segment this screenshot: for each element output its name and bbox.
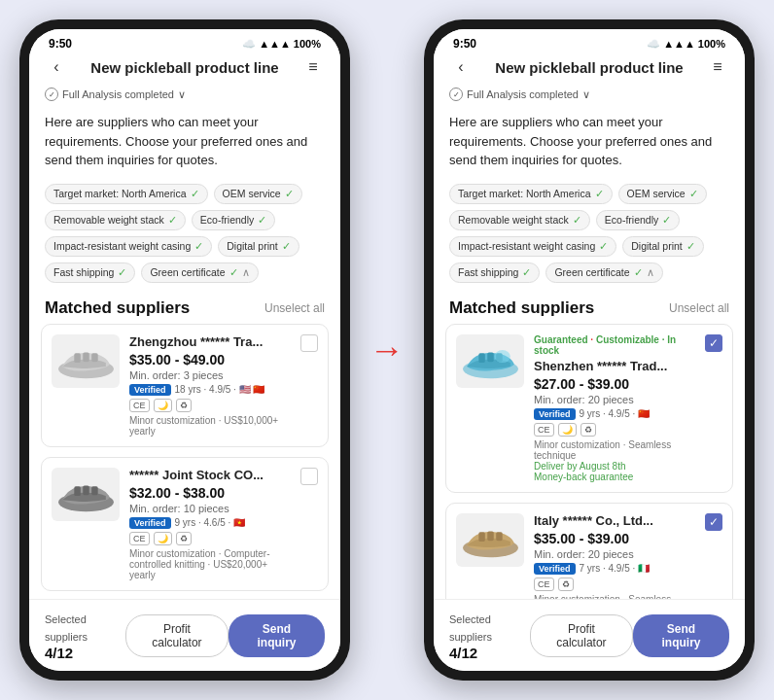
- supplier-top-1-after: Italy ****** Co., Ltd... $35.00 - $39.00…: [456, 513, 722, 600]
- wifi-icon-before: ☁️: [242, 38, 256, 51]
- moon-cert-0a: 🌙: [558, 423, 577, 437]
- svg-rect-14: [478, 532, 485, 542]
- supplier-card-1-after: Italy ****** Co., Ltd... $35.00 - $39.00…: [445, 503, 733, 600]
- tag-after-2[interactable]: Removable weight stack ✓: [449, 210, 590, 230]
- bottom-bar-before: Selected suppliers 4/12 Profit calculato…: [29, 599, 340, 671]
- tag-4[interactable]: Impact-resistant weight casing ✓: [45, 236, 212, 257]
- inquiry-btn-before[interactable]: Send inquiry: [229, 614, 325, 657]
- profit-btn-after[interactable]: Profit calculator: [530, 614, 633, 657]
- svg-rect-16: [496, 532, 503, 541]
- supplier-top-1-before: ****** Joint Stock CO... $32.00 - $38.00…: [52, 468, 318, 580]
- checkbox-1-after[interactable]: ✓: [705, 513, 722, 531]
- tag-after-label-4: Impact-resistant weight casing: [458, 240, 595, 252]
- tag-label-3: Eco-friendly: [200, 214, 254, 226]
- supplier-price-1-after: $35.00 - $39.00: [534, 531, 695, 546]
- inquiry-btn-after[interactable]: Send inquiry: [633, 614, 729, 657]
- tag-after-label-6: Fast shipping: [458, 266, 518, 278]
- tag-check-0: ✓: [191, 188, 199, 200]
- tag-5[interactable]: Digital print ✓: [218, 236, 299, 257]
- supplier-info-0-after: Guaranteed · Customizable · In stock She…: [534, 334, 695, 482]
- section-header-before: Matched suppliers Unselect all: [29, 289, 340, 324]
- verified-badge-1-after: Verified: [534, 563, 576, 575]
- supplier-card-0-before: Zhengzhou ****** Tra... $35.00 - $49.00 …: [41, 324, 329, 447]
- tag-1[interactable]: OEM service ✓: [214, 184, 302, 204]
- time-after: 9:50: [453, 37, 476, 51]
- verified-info-0-after: 9 yrs · 4.9/5 · 🇨🇳: [580, 408, 651, 419]
- supplier-moq-0-before: Min. order: 3 pieces: [129, 369, 291, 381]
- unselect-all-after[interactable]: Unselect all: [669, 301, 729, 315]
- back-icon-after[interactable]: ‹: [449, 58, 473, 76]
- menu-icon-after[interactable]: ≡: [706, 58, 729, 76]
- selected-count-after: 4/12: [449, 645, 530, 661]
- checkbox-0-after[interactable]: ✓: [705, 334, 722, 352]
- tag-after-label-5: Digital print: [631, 240, 683, 252]
- selected-label-before: Selected suppliers: [45, 613, 88, 643]
- tag-2[interactable]: Removable weight stack ✓: [45, 210, 186, 230]
- tag-check-5: ✓: [282, 240, 291, 253]
- shoe-svg-1-before: [54, 470, 118, 518]
- tag-after-7[interactable]: Green certificate ✓ ∧: [545, 262, 662, 283]
- profit-btn-before[interactable]: Profit calculator: [125, 614, 229, 657]
- intro-text-after: Here are suppliers who can meet your req…: [434, 105, 745, 178]
- status-icons-before: ☁️ ▲▲▲ 100%: [242, 38, 321, 51]
- wifi-icon-after: ☁️: [647, 38, 660, 51]
- intro-text-before: Here are suppliers who can meet your req…: [29, 105, 340, 178]
- checkbox-0-before[interactable]: [300, 334, 318, 352]
- tag-after-0[interactable]: Target market: North America ✓: [449, 184, 613, 204]
- tag-7[interactable]: Green certificate ✓ ∧: [141, 262, 258, 283]
- supplier-name-0-after: Shenzhen ****** Trad...: [534, 359, 695, 373]
- analysis-bar-before: ✓ Full Analysis completed ∨: [29, 84, 340, 105]
- nav-bar-before: ‹ New pickleball product line ≡: [29, 54, 340, 84]
- tag-after-label-7: Green certificate: [554, 266, 629, 278]
- status-icons-after: ☁️ ▲▲▲ 100%: [647, 38, 725, 51]
- analysis-dot-after: ✓: [449, 88, 463, 101]
- status-bar-after: 9:50 ☁️ ▲▲▲ 100%: [434, 29, 745, 54]
- tag-after-check-7: ✓: [634, 266, 643, 279]
- tag-3[interactable]: Eco-friendly ✓: [192, 210, 275, 230]
- tag-after-6[interactable]: Fast shipping ✓: [449, 262, 540, 283]
- tag-after-check-1: ✓: [689, 188, 698, 200]
- tag-check-3: ✓: [258, 214, 266, 227]
- tag-6[interactable]: Fast shipping ✓: [45, 262, 135, 283]
- money-back-0: Money-back guarantee: [534, 472, 695, 482]
- battery-after: 100%: [698, 38, 725, 50]
- verified-row-1-before: Verified 9 yrs · 4.6/5 · 🇻🇳: [129, 517, 291, 529]
- signal-after: ▲▲▲: [663, 38, 695, 50]
- ce-cert-1a: CE: [534, 578, 554, 591]
- selected-label-after: Selected suppliers: [449, 613, 492, 643]
- deliver-text-0: Deliver by August 8th: [534, 461, 695, 472]
- svg-point-12: [494, 350, 510, 363]
- tag-check-6: ✓: [118, 266, 126, 279]
- menu-icon-before[interactable]: ≡: [301, 58, 325, 76]
- verified-row-1-after: Verified 7 yrs · 4.9/5 · 🇮🇹: [534, 563, 695, 575]
- section-title-before: Matched suppliers: [45, 298, 190, 318]
- moon-cert-0: 🌙: [154, 399, 172, 412]
- screen-after: 9:50 ☁️ ▲▲▲ 100% ‹ New pickleball produc…: [434, 29, 745, 671]
- scroll-content-after[interactable]: Here are suppliers who can meet your req…: [434, 105, 745, 599]
- supplier-img-1-before: [52, 468, 120, 521]
- supplier-img-0-after: [456, 334, 524, 388]
- verified-info-1-before: 9 yrs · 4.6/5 · 🇻🇳: [175, 517, 246, 528]
- tag-label-6: Fast shipping: [53, 266, 114, 278]
- analysis-text-after: Full Analysis completed: [467, 88, 579, 100]
- tag-after-5[interactable]: Digital print ✓: [622, 236, 704, 257]
- ce-cert-0a: CE: [534, 423, 554, 437]
- verified-info-1-after: 7 yrs · 4.9/5 · 🇮🇹: [580, 563, 651, 574]
- unselect-all-before[interactable]: Unselect all: [264, 301, 325, 315]
- svg-rect-1: [74, 353, 81, 363]
- svg-rect-9: [478, 353, 485, 363]
- supplier-price-1-before: $32.00 - $38.00: [129, 485, 291, 501]
- arrow-container: →: [369, 330, 405, 370]
- checkbox-1-before[interactable]: [300, 468, 318, 485]
- scroll-content-before[interactable]: Here are suppliers who can meet your req…: [29, 105, 340, 599]
- shoe-svg-0-after: [459, 336, 522, 385]
- supplier-desc-1-before: Minor customization · Computer-controlle…: [129, 548, 291, 580]
- supplier-name-0-before: Zhengzhou ****** Tra...: [129, 334, 291, 349]
- tag-0[interactable]: Target market: North America ✓: [45, 184, 208, 204]
- tag-after-4[interactable]: Impact-resistant weight casing ✓: [449, 236, 616, 257]
- tag-after-3[interactable]: Eco-friendly ✓: [596, 210, 680, 230]
- tag-after-1[interactable]: OEM service ✓: [618, 184, 707, 204]
- supplier-desc-0-after: Minor customization · Seamless technique: [534, 439, 695, 461]
- verified-badge-1-before: Verified: [129, 517, 171, 529]
- back-icon-before[interactable]: ‹: [45, 58, 68, 76]
